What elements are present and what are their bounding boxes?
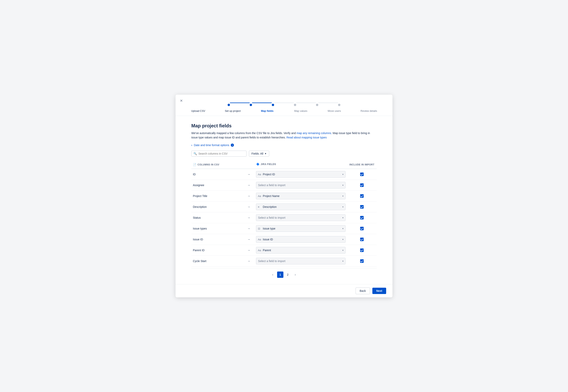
arrow-cell: → bbox=[243, 223, 254, 234]
document-icon: 📄 bbox=[193, 163, 196, 166]
pagination: ‹ 1 2 › bbox=[191, 268, 377, 280]
step-circle-review bbox=[338, 104, 341, 106]
jira-field-select[interactable]: Select a field to import bbox=[256, 182, 345, 188]
include-checkbox[interactable] bbox=[360, 249, 364, 252]
jira-field-cell: ≡Description▾ bbox=[255, 201, 347, 212]
step-label-review: Review details bbox=[359, 109, 379, 112]
jira-field-select[interactable]: Select a field to import bbox=[256, 258, 345, 265]
include-cell bbox=[347, 201, 377, 212]
include-checkbox[interactable] bbox=[360, 259, 364, 263]
table-row: Issue ID→AαIssue ID▾ bbox=[191, 234, 377, 245]
stepper-labels: Upload CSV Set up project Map fields Map… bbox=[187, 108, 381, 116]
arrow-cell: → bbox=[243, 191, 254, 201]
map-columns-link[interactable]: map any remaining columns. bbox=[297, 131, 332, 135]
include-checkbox[interactable] bbox=[360, 205, 364, 209]
step-label-setup: Set up project bbox=[223, 109, 242, 112]
include-checkbox[interactable] bbox=[360, 194, 364, 198]
arrow-cell: → bbox=[243, 256, 254, 266]
line-5 bbox=[318, 102, 338, 103]
jira-field-select[interactable]: Issue ID bbox=[256, 236, 345, 243]
include-cell bbox=[347, 212, 377, 223]
search-box: 🔍 bbox=[191, 151, 246, 156]
include-cell bbox=[347, 245, 377, 256]
modal-container: ✕ bbox=[175, 95, 393, 297]
connector-3 bbox=[274, 102, 294, 108]
include-cell bbox=[347, 169, 377, 180]
jira-field-cell: Select a field to import▾ bbox=[255, 180, 347, 191]
col-header-csv: 📄 Columns in CSV bbox=[191, 160, 243, 169]
step-mapfields bbox=[272, 104, 274, 106]
mapping-types-link[interactable]: Read about mapping issue types bbox=[286, 136, 327, 139]
line-4 bbox=[296, 102, 316, 103]
step-review bbox=[338, 104, 341, 106]
jira-field-select[interactable]: Project ID bbox=[256, 171, 345, 178]
next-button[interactable]: Next bbox=[372, 288, 386, 294]
page-1-button[interactable]: 1 bbox=[277, 271, 284, 278]
page-2-button[interactable]: 2 bbox=[284, 271, 291, 278]
jira-field-cell: Select a field to import▾ bbox=[255, 256, 347, 266]
col-header-include: Include in import bbox=[347, 160, 377, 169]
include-checkbox[interactable] bbox=[360, 238, 364, 241]
table-row: Project Title→AαProject Name▾ bbox=[191, 191, 377, 201]
date-format-label: Date and time format options bbox=[194, 143, 229, 147]
col-header-jira: Jira fields bbox=[255, 160, 347, 169]
include-checkbox[interactable] bbox=[360, 183, 364, 187]
include-cell bbox=[347, 223, 377, 234]
jira-field-select[interactable]: Project Name bbox=[256, 193, 345, 199]
jira-field-cell: AαParent▾ bbox=[255, 245, 347, 256]
jira-field-cell: Select a field to import▾ bbox=[255, 212, 347, 223]
step-circle-upload bbox=[227, 104, 230, 106]
step-label-mapvalues: Map values bbox=[292, 109, 310, 112]
stepper bbox=[187, 98, 381, 108]
csv-field-cell: Cycle Start bbox=[191, 256, 243, 266]
table-row: Status→Select a field to import▾ bbox=[191, 212, 377, 223]
page-title: Map project fields bbox=[191, 123, 377, 128]
fields-filter-button[interactable]: Fields: All ▼ bbox=[249, 151, 269, 156]
mapping-table: 📄 Columns in CSV bbox=[191, 160, 377, 266]
step-label-mapfields: Map fields bbox=[258, 109, 276, 112]
jira-field-select[interactable]: Description bbox=[256, 204, 345, 210]
jira-field-select[interactable]: Issue type bbox=[256, 225, 345, 232]
step-moveusers bbox=[316, 104, 318, 106]
table-row: Assignee→Select a field to import▾ bbox=[191, 180, 377, 191]
chevron-down-icon: ▼ bbox=[265, 153, 267, 155]
info-icon: i bbox=[231, 143, 234, 147]
include-checkbox[interactable] bbox=[360, 172, 364, 176]
csv-field-cell: Parent ID bbox=[191, 245, 243, 256]
step-circle-setup bbox=[250, 104, 252, 106]
jira-field-select[interactable]: Parent bbox=[256, 247, 345, 253]
close-button[interactable]: ✕ bbox=[179, 98, 184, 103]
page-description: We've automatically mapped a few columns… bbox=[191, 131, 377, 140]
jira-field-cell: AαIssue ID▾ bbox=[255, 234, 347, 245]
arrow-cell: → bbox=[243, 180, 254, 191]
connector-2 bbox=[252, 102, 272, 108]
include-cell bbox=[347, 180, 377, 191]
csv-field-cell: Issue ID bbox=[191, 234, 243, 245]
csv-field-cell: Status bbox=[191, 212, 243, 223]
search-icon: 🔍 bbox=[194, 152, 197, 155]
prev-page-button[interactable]: ‹ bbox=[270, 271, 276, 278]
search-input[interactable] bbox=[199, 152, 244, 155]
step-setup bbox=[250, 104, 252, 106]
jira-field-select[interactable]: Select a field to import bbox=[256, 214, 345, 221]
step-circle-mapfields bbox=[272, 104, 274, 106]
table-row: Issue types→⊡Issue type▾ bbox=[191, 223, 377, 234]
include-checkbox[interactable] bbox=[360, 216, 364, 220]
arrow-cell: → bbox=[243, 201, 254, 212]
include-checkbox[interactable] bbox=[360, 227, 364, 230]
csv-field-cell: Issue types bbox=[191, 223, 243, 234]
jira-logo-icon bbox=[256, 163, 259, 166]
table-row: ID→AαProject ID▾ bbox=[191, 169, 377, 180]
date-format-toggle[interactable]: › Date and time format options i bbox=[191, 143, 377, 147]
jira-field-cell: ⊡Issue type▾ bbox=[255, 223, 347, 234]
table-header-row: 📄 Columns in CSV bbox=[191, 160, 377, 169]
jira-field-cell: AαProject Name▾ bbox=[255, 191, 347, 201]
next-page-button[interactable]: › bbox=[292, 271, 298, 278]
back-button[interactable]: Back bbox=[355, 288, 370, 294]
include-cell bbox=[347, 256, 377, 266]
step-circle-mapvalues bbox=[294, 104, 296, 106]
table-row: Cycle Start→Select a field to import▾ bbox=[191, 256, 377, 266]
modal-body: Map project fields We've automatically m… bbox=[175, 116, 393, 284]
csv-field-cell: Project Title bbox=[191, 191, 243, 201]
chevron-right-icon: › bbox=[191, 143, 192, 147]
